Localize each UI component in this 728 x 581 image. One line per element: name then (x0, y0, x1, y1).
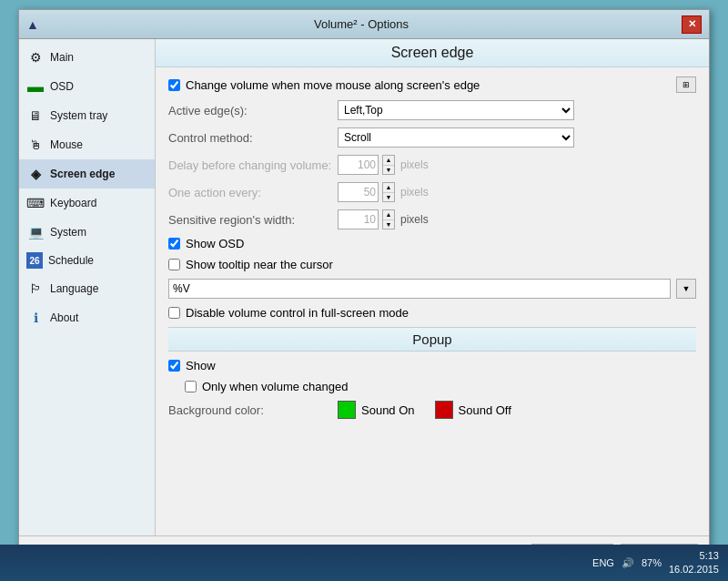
popup-show-row: Show (168, 359, 696, 372)
one-action-row: One action every: ▲ ▼ pixels (168, 182, 696, 202)
one-action-input (338, 182, 379, 202)
sidebar-item-about-label: About (50, 311, 78, 324)
sidebar-item-keyboard-label: Keyboard (50, 197, 96, 209)
sidebar-item-main[interactable]: ⚙ Main (19, 43, 155, 72)
sound-on-color-swatch[interactable] (338, 401, 356, 419)
sensitive-width-up-icon[interactable]: ▲ (383, 210, 394, 220)
disable-fullscreen-checkbox[interactable] (168, 307, 180, 319)
sidebar-item-about[interactable]: ℹ About (19, 303, 155, 332)
app-icon: ▲ (26, 17, 41, 32)
language-icon: 🏳 (26, 280, 45, 298)
sidebar-item-schedule[interactable]: 26 Schedule (19, 247, 155, 274)
popup-show-checkbox[interactable] (168, 360, 180, 372)
schedule-icon: 26 (26, 252, 43, 269)
only-when-changed-checkbox[interactable] (185, 381, 197, 392)
delay-unit: pixels (400, 158, 429, 171)
only-when-changed-label: Only when volume changed (202, 380, 348, 393)
taskbar-volume-icon: 🔊 (622, 557, 634, 569)
sidebar-item-mouse-label: Mouse (50, 138, 83, 151)
delay-down-icon: ▼ (383, 166, 394, 175)
active-edges-row: Active edge(s): Left,Top (168, 100, 696, 120)
sidebar: ⚙ Main ▬ OSD 🖥 System tray 🖱 Mouse ◈ Scr… (19, 39, 156, 535)
sensitive-width-input[interactable] (338, 209, 379, 229)
sidebar-item-mouse[interactable]: 🖱 Mouse (19, 130, 155, 159)
system-tray-icon: 🖥 (26, 107, 45, 125)
sound-on-label: Sound On (361, 403, 415, 417)
active-edges-label: Active edge(s): (168, 104, 332, 117)
one-action-spinner-buttons: ▲ ▼ (382, 182, 395, 202)
sound-off-color-swatch[interactable] (435, 401, 453, 419)
show-osd-checkbox[interactable] (168, 238, 180, 250)
sidebar-item-system-tray[interactable]: 🖥 System tray (19, 101, 155, 130)
one-action-up-icon: ▲ (383, 183, 394, 193)
sidebar-item-language[interactable]: 🏳 Language (19, 274, 155, 303)
active-edges-select[interactable]: Left,Top (338, 100, 574, 120)
screen-edge-icon: ◈ (26, 165, 45, 183)
sidebar-item-system-tray-label: System tray (50, 109, 107, 122)
delay-input (338, 155, 379, 175)
delay-spinner: ▲ ▼ (338, 155, 395, 175)
bg-color-row: Background color: Sound On Sound Off (168, 401, 696, 419)
sensitive-width-spinner-buttons[interactable]: ▲ ▼ (382, 209, 395, 229)
taskbar-network: ENG (592, 557, 614, 568)
popup-title: Popup (168, 327, 696, 352)
delay-row: Delay before changing volume: ▲ ▼ pixels (168, 155, 696, 175)
sensitive-width-row: Sensitive region's width: ▲ ▼ pixels (168, 209, 696, 229)
sidebar-item-keyboard[interactable]: ⌨ Keyboard (19, 189, 155, 218)
show-tooltip-checkbox[interactable] (168, 259, 180, 270)
disable-fullscreen-row: Disable volume control in full-screen mo… (168, 306, 696, 320)
sensitive-width-spinner: ▲ ▼ (338, 209, 395, 229)
taskbar-battery: 87% (642, 557, 662, 568)
one-action-label: One action every: (168, 186, 332, 199)
screen-edge-settings-icon[interactable]: ⊞ (676, 76, 696, 93)
about-icon: ℹ (26, 309, 45, 327)
osd-icon: ▬ (26, 77, 45, 96)
taskbar-time-block: 5:13 16.02.2015 (669, 549, 719, 577)
show-osd-row: Show OSD (168, 237, 696, 250)
control-method-select[interactable]: Scroll Move (338, 127, 574, 148)
show-osd-label: Show OSD (186, 237, 244, 250)
taskbar-time: 5:13 (669, 549, 719, 563)
system-icon: 💻 (26, 223, 45, 241)
sound-off-label: Sound Off (459, 403, 511, 417)
delay-spinner-buttons: ▲ ▼ (382, 155, 395, 175)
sensitive-width-label: Sensitive region's width: (168, 213, 332, 227)
options-dialog: ▲ Volume² - Options ✕ ⚙ Main ▬ OSD 🖥 Sys… (18, 9, 710, 581)
window-title: Volume² - Options (41, 17, 682, 31)
change-volume-label: Change volume when move mouse along scre… (186, 78, 480, 92)
screen-edge-content: Change volume when move mouse along scre… (156, 67, 709, 435)
taskbar: ENG 🔊 87% 5:13 16.02.2015 (0, 545, 728, 581)
sidebar-item-screen-edge[interactable]: ◈ Screen edge (19, 159, 155, 189)
delay-up-icon: ▲ (383, 156, 394, 166)
popup-show-label: Show (186, 359, 216, 372)
delay-label: Delay before changing volume: (168, 158, 332, 172)
one-action-spinner: ▲ ▼ (338, 182, 395, 202)
sidebar-item-system-label: System (50, 226, 86, 239)
main-content: Screen edge Change volume when move mous… (156, 39, 709, 535)
show-tooltip-label: Show tooltip near the cursor (186, 258, 333, 271)
only-when-changed-row: Only when volume changed (168, 380, 696, 393)
sidebar-item-osd-label: OSD (50, 80, 74, 93)
control-method-label: Control method: (168, 131, 332, 145)
titlebar: ▲ Volume² - Options ✕ (19, 10, 709, 39)
dialog-body: ⚙ Main ▬ OSD 🖥 System tray 🖱 Mouse ◈ Scr… (19, 39, 709, 535)
sidebar-item-main-label: Main (50, 51, 74, 64)
disable-fullscreen-label: Disable volume control in full-screen mo… (186, 306, 409, 320)
change-volume-checkbox[interactable] (168, 79, 180, 91)
mouse-icon: 🖱 (26, 136, 45, 154)
show-tooltip-row: Show tooltip near the cursor (168, 258, 696, 271)
sidebar-item-osd[interactable]: ▬ OSD (19, 72, 155, 101)
sidebar-item-schedule-label: Schedule (48, 254, 94, 267)
sidebar-item-screen-edge-label: Screen edge (50, 168, 115, 180)
bg-color-label: Background color: (168, 403, 332, 417)
one-action-down-icon: ▼ (383, 193, 394, 202)
tooltip-format-input[interactable] (168, 279, 671, 299)
sensitive-width-down-icon[interactable]: ▼ (383, 220, 394, 229)
sidebar-item-system[interactable]: 💻 System (19, 218, 155, 247)
taskbar-date: 16.02.2015 (669, 563, 719, 576)
tooltip-format-row: ▼ (168, 279, 696, 299)
window-close-button[interactable]: ✕ (682, 15, 702, 34)
tooltip-format-dropdown-icon[interactable]: ▼ (676, 279, 696, 299)
sensitive-width-unit: pixels (400, 213, 429, 226)
main-icon: ⚙ (26, 48, 45, 66)
